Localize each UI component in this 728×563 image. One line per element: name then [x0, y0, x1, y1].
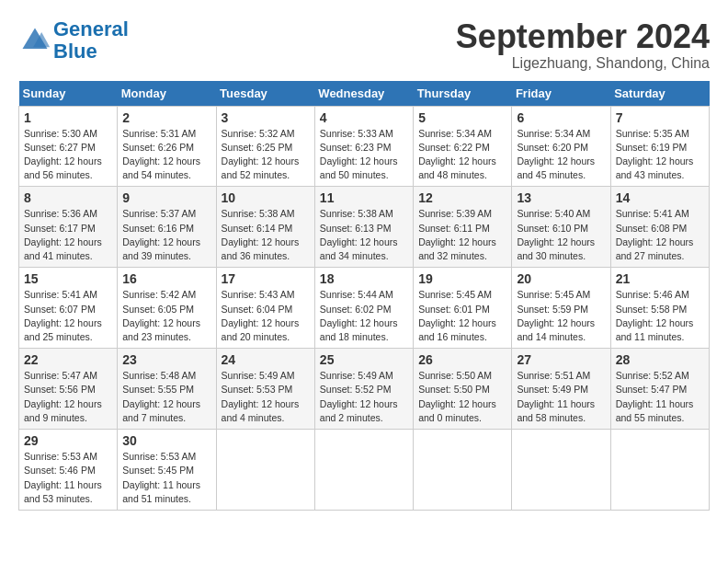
day-info: Sunrise: 5:35 AMSunset: 6:19 PMDaylight:… [616, 128, 694, 181]
day-info: Sunrise: 5:30 AMSunset: 6:27 PMDaylight:… [24, 128, 102, 181]
calendar-cell: 16 Sunrise: 5:42 AMSunset: 6:05 PMDaylig… [118, 268, 216, 349]
calendar-week-5: 29 Sunrise: 5:53 AMSunset: 5:46 PMDaylig… [19, 430, 710, 511]
day-number: 2 [122, 110, 210, 125]
day-number: 21 [616, 271, 704, 286]
day-info: Sunrise: 5:48 AMSunset: 5:55 PMDaylight:… [122, 370, 200, 423]
logo-icon [18, 24, 51, 57]
day-info: Sunrise: 5:39 AMSunset: 6:11 PMDaylight:… [418, 208, 496, 261]
day-info: Sunrise: 5:31 AMSunset: 6:26 PMDaylight:… [122, 128, 200, 181]
day-info: Sunrise: 5:36 AMSunset: 6:17 PMDaylight:… [24, 208, 102, 261]
day-number: 4 [320, 110, 408, 125]
calendar-cell: 4 Sunrise: 5:33 AMSunset: 6:23 PMDayligh… [314, 106, 413, 187]
day-number: 16 [122, 271, 210, 286]
calendar-cell: 28 Sunrise: 5:52 AMSunset: 5:47 PMDaylig… [610, 349, 709, 430]
day-number: 23 [122, 352, 210, 367]
day-info: Sunrise: 5:37 AMSunset: 6:16 PMDaylight:… [122, 208, 200, 261]
day-number: 26 [418, 352, 506, 367]
calendar-week-1: 1 Sunrise: 5:30 AMSunset: 6:27 PMDayligh… [19, 106, 710, 187]
calendar-cell [314, 430, 413, 511]
day-info: Sunrise: 5:32 AMSunset: 6:25 PMDaylight:… [222, 128, 300, 181]
day-info: Sunrise: 5:41 AMSunset: 6:08 PMDaylight:… [616, 208, 694, 261]
day-number: 28 [616, 352, 704, 367]
calendar-cell: 1 Sunrise: 5:30 AMSunset: 6:27 PMDayligh… [19, 106, 118, 187]
calendar-cell: 27 Sunrise: 5:51 AMSunset: 5:49 PMDaylig… [512, 349, 610, 430]
calendar-cell: 23 Sunrise: 5:48 AMSunset: 5:55 PMDaylig… [118, 349, 216, 430]
day-number: 7 [616, 110, 704, 125]
calendar-cell: 10 Sunrise: 5:38 AMSunset: 6:14 PMDaylig… [216, 187, 314, 268]
col-friday: Friday [512, 81, 610, 107]
day-info: Sunrise: 5:49 AMSunset: 5:53 PMDaylight:… [222, 370, 300, 423]
calendar-cell: 19 Sunrise: 5:45 AMSunset: 6:01 PMDaylig… [414, 268, 512, 349]
calendar-cell [414, 430, 512, 511]
day-number: 25 [320, 352, 408, 367]
month-title: September 2024 [456, 18, 710, 55]
title-block: September 2024 Ligezhuang, Shandong, Chi… [456, 18, 710, 72]
day-info: Sunrise: 5:50 AMSunset: 5:50 PMDaylight:… [418, 370, 496, 423]
day-number: 6 [517, 110, 605, 125]
calendar-table: Sunday Monday Tuesday Wednesday Thursday… [18, 81, 710, 511]
header-row: Sunday Monday Tuesday Wednesday Thursday… [19, 81, 710, 107]
logo-line2: Blue [53, 40, 97, 63]
calendar-cell: 25 Sunrise: 5:49 AMSunset: 5:52 PMDaylig… [314, 349, 413, 430]
calendar-cell: 20 Sunrise: 5:45 AMSunset: 5:59 PMDaylig… [512, 268, 610, 349]
calendar-cell: 14 Sunrise: 5:41 AMSunset: 6:08 PMDaylig… [610, 187, 709, 268]
calendar-week-4: 22 Sunrise: 5:47 AMSunset: 5:56 PMDaylig… [19, 349, 710, 430]
day-info: Sunrise: 5:38 AMSunset: 6:14 PMDaylight:… [222, 208, 300, 261]
calendar-cell: 9 Sunrise: 5:37 AMSunset: 6:16 PMDayligh… [118, 187, 216, 268]
day-info: Sunrise: 5:34 AMSunset: 6:20 PMDaylight:… [517, 128, 595, 181]
day-number: 11 [320, 190, 408, 205]
day-number: 3 [222, 110, 310, 125]
day-number: 1 [24, 110, 112, 125]
day-info: Sunrise: 5:47 AMSunset: 5:56 PMDaylight:… [24, 370, 102, 423]
day-number: 12 [418, 190, 506, 205]
calendar-cell: 11 Sunrise: 5:38 AMSunset: 6:13 PMDaylig… [314, 187, 413, 268]
calendar-cell: 2 Sunrise: 5:31 AMSunset: 6:26 PMDayligh… [118, 106, 216, 187]
calendar-cell [216, 430, 314, 511]
day-info: Sunrise: 5:53 AMSunset: 5:46 PMDaylight:… [24, 451, 102, 504]
calendar-cell: 30 Sunrise: 5:53 AMSunset: 5:45 PMDaylig… [118, 430, 216, 511]
logo: General Blue [18, 18, 129, 63]
calendar-cell: 17 Sunrise: 5:43 AMSunset: 6:04 PMDaylig… [216, 268, 314, 349]
calendar-cell: 29 Sunrise: 5:53 AMSunset: 5:46 PMDaylig… [19, 430, 118, 511]
day-number: 20 [517, 271, 605, 286]
day-info: Sunrise: 5:33 AMSunset: 6:23 PMDaylight:… [320, 128, 398, 181]
calendar-cell: 3 Sunrise: 5:32 AMSunset: 6:25 PMDayligh… [216, 106, 314, 187]
calendar-cell: 22 Sunrise: 5:47 AMSunset: 5:56 PMDaylig… [19, 349, 118, 430]
day-info: Sunrise: 5:44 AMSunset: 6:02 PMDaylight:… [320, 289, 398, 342]
day-number: 27 [517, 352, 605, 367]
calendar-cell: 24 Sunrise: 5:49 AMSunset: 5:53 PMDaylig… [216, 349, 314, 430]
col-sunday: Sunday [19, 81, 118, 107]
day-info: Sunrise: 5:49 AMSunset: 5:52 PMDaylight:… [320, 370, 398, 423]
day-number: 15 [24, 271, 112, 286]
day-number: 29 [24, 433, 112, 448]
day-info: Sunrise: 5:45 AMSunset: 6:01 PMDaylight:… [418, 289, 496, 342]
calendar-cell: 12 Sunrise: 5:39 AMSunset: 6:11 PMDaylig… [414, 187, 512, 268]
day-info: Sunrise: 5:41 AMSunset: 6:07 PMDaylight:… [24, 289, 102, 342]
col-wednesday: Wednesday [314, 81, 413, 107]
day-number: 18 [320, 271, 408, 286]
calendar-cell: 8 Sunrise: 5:36 AMSunset: 6:17 PMDayligh… [19, 187, 118, 268]
col-saturday: Saturday [610, 81, 709, 107]
calendar-cell: 6 Sunrise: 5:34 AMSunset: 6:20 PMDayligh… [512, 106, 610, 187]
day-number: 30 [122, 433, 210, 448]
calendar-week-3: 15 Sunrise: 5:41 AMSunset: 6:07 PMDaylig… [19, 268, 710, 349]
day-number: 8 [24, 190, 112, 205]
calendar-cell: 26 Sunrise: 5:50 AMSunset: 5:50 PMDaylig… [414, 349, 512, 430]
calendar-cell: 7 Sunrise: 5:35 AMSunset: 6:19 PMDayligh… [610, 106, 709, 187]
day-number: 24 [222, 352, 310, 367]
day-info: Sunrise: 5:34 AMSunset: 6:22 PMDaylight:… [418, 128, 496, 181]
calendar-cell: 15 Sunrise: 5:41 AMSunset: 6:07 PMDaylig… [19, 268, 118, 349]
day-info: Sunrise: 5:38 AMSunset: 6:13 PMDaylight:… [320, 208, 398, 261]
page-header: General Blue September 2024 Ligezhuang, … [18, 18, 710, 72]
col-tuesday: Tuesday [216, 81, 314, 107]
logo-line1: General [53, 17, 129, 40]
day-number: 13 [517, 190, 605, 205]
col-thursday: Thursday [414, 81, 512, 107]
day-number: 5 [418, 110, 506, 125]
day-number: 9 [122, 190, 210, 205]
col-monday: Monday [118, 81, 216, 107]
day-number: 10 [222, 190, 310, 205]
calendar-cell [610, 430, 709, 511]
day-number: 22 [24, 352, 112, 367]
day-info: Sunrise: 5:46 AMSunset: 5:58 PMDaylight:… [616, 289, 694, 342]
